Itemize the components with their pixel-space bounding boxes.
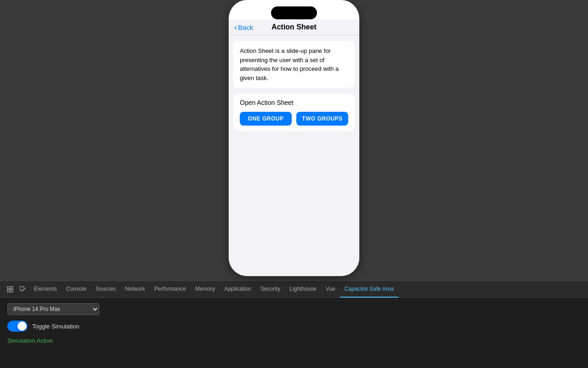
svg-rect-3	[11, 290, 13, 292]
back-label: Back	[238, 23, 253, 31]
two-groups-button[interactable]: TWO GROUPS	[296, 112, 348, 126]
buttons-row: ONE GROUP TWO GROUPS	[240, 112, 348, 126]
devtools-body: iPhone 14 Pro Max Toggle Simulation Simu…	[0, 298, 588, 368]
toggle-simulation-switch[interactable]	[7, 321, 28, 332]
toggle-row: Toggle Simulation	[7, 321, 581, 332]
one-group-button[interactable]: ONE GROUP	[240, 112, 292, 126]
content-area: Action Sheet is a slide-up pane for pres…	[229, 35, 359, 276]
devtools-panel: Elements Console Sources Network Perform…	[0, 281, 588, 368]
description-text: Action Sheet is a slide-up pane for pres…	[240, 46, 348, 82]
nav-bar: ‹ Back Action Sheet	[229, 19, 359, 35]
toggle-knob	[17, 322, 27, 331]
device-selector: iPhone 14 Pro Max	[7, 303, 581, 315]
tab-security[interactable]: Security	[256, 281, 285, 298]
inspect-icon-button[interactable]	[17, 283, 29, 296]
tab-elements[interactable]: Elements	[29, 281, 62, 298]
svg-rect-4	[20, 287, 24, 290]
svg-rect-0	[7, 287, 10, 289]
phone-frame: ‹ Back Action Sheet Action Sheet is a sl…	[229, 0, 359, 276]
simulation-status: Simulation Active	[7, 337, 581, 344]
page-title: Action Sheet	[271, 23, 317, 31]
tab-memory[interactable]: Memory	[191, 281, 220, 298]
action-sheet-section: Open Action Sheet ONE GROUP TWO GROUPS	[233, 93, 355, 131]
back-button[interactable]: ‹ Back	[234, 23, 253, 31]
description-card: Action Sheet is a slide-up pane for pres…	[233, 41, 355, 88]
svg-rect-2	[7, 290, 10, 292]
tab-console[interactable]: Console	[62, 281, 91, 298]
tab-vue[interactable]: Vue	[321, 281, 340, 298]
svg-rect-1	[11, 287, 13, 289]
toggle-label: Toggle Simulation	[32, 323, 79, 330]
tab-sources[interactable]: Sources	[91, 281, 120, 298]
main-area: ‹ Back Action Sheet Action Sheet is a sl…	[0, 0, 588, 281]
device-select[interactable]: iPhone 14 Pro Max	[7, 303, 99, 315]
cursor-icon-button[interactable]	[4, 283, 17, 296]
tab-lighthouse[interactable]: Lighthouse	[285, 281, 321, 298]
chevron-left-icon: ‹	[234, 23, 237, 31]
tab-performance[interactable]: Performance	[150, 281, 191, 298]
tab-network[interactable]: Network	[120, 281, 150, 298]
tab-application[interactable]: Application	[220, 281, 256, 298]
dynamic-island	[271, 6, 317, 19]
tab-capacitor-safe-area[interactable]: Capacitor Safe Area	[340, 281, 398, 298]
devtools-tabs: Elements Console Sources Network Perform…	[0, 281, 588, 298]
section-label: Open Action Sheet	[240, 99, 348, 106]
